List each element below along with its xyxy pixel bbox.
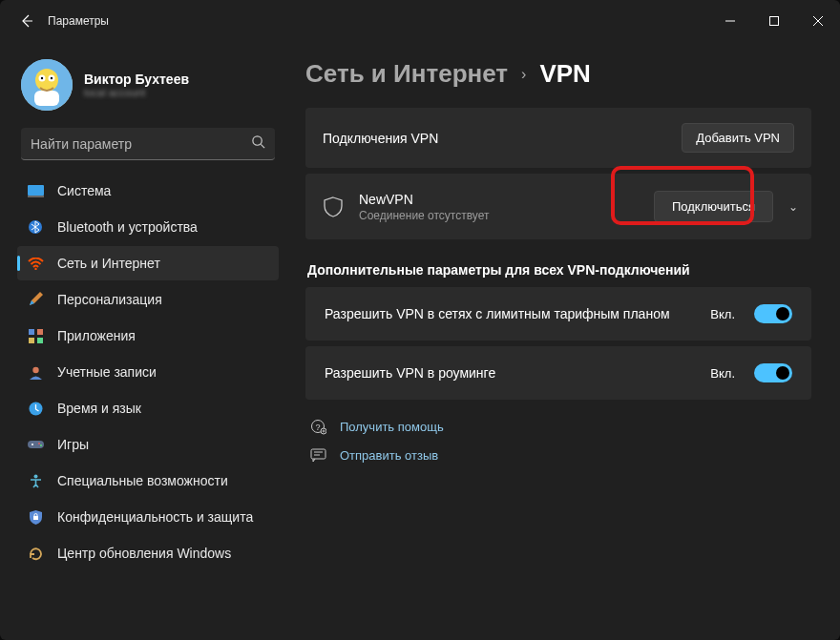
svg-rect-15	[29, 338, 34, 343]
feedback-link[interactable]: Отправить отзыв	[309, 448, 811, 463]
nav-label: Bluetooth и устройства	[57, 219, 198, 235]
display-icon	[27, 182, 44, 199]
maximize-button[interactable]	[752, 6, 796, 36]
footer-links: ? Получить помощь Отправить отзыв	[305, 419, 811, 463]
advanced-section-header: Дополнительные параметры для всех VPN-по…	[307, 262, 811, 278]
feedback-link-label: Отправить отзыв	[340, 448, 438, 463]
profile-block[interactable]: Виктор Бухтеев local account	[17, 52, 279, 128]
svg-rect-16	[37, 338, 43, 343]
vpn-name: NewVPN	[359, 192, 489, 207]
nav-time-language[interactable]: Время и язык	[17, 391, 279, 425]
nav-personalization[interactable]: Персонализация	[17, 282, 279, 317]
nav-windows-update[interactable]: Центр обновления Windows	[17, 536, 279, 570]
svg-point-22	[40, 444, 42, 446]
svg-rect-13	[29, 329, 34, 335]
person-icon	[27, 363, 44, 381]
nav-label: Сеть и Интернет	[57, 256, 160, 271]
nav-label: Система	[57, 183, 111, 198]
apps-icon	[27, 327, 44, 344]
nav-gaming[interactable]: Игры	[17, 427, 279, 462]
connect-button[interactable]: Подключиться	[654, 191, 773, 222]
shield-lock-icon	[27, 508, 44, 526]
vpn-shield-icon	[323, 196, 344, 217]
toggle-roaming-switch[interactable]	[754, 363, 792, 382]
close-icon	[813, 16, 823, 26]
nav-label: Конфиденциальность и защита	[57, 509, 253, 525]
nav-label: Приложения	[57, 328, 136, 343]
app-title: Параметры	[48, 14, 109, 28]
toggle-metered-switch[interactable]	[754, 304, 792, 323]
avatar	[21, 59, 73, 111]
svg-point-21	[38, 443, 40, 444]
bluetooth-icon	[27, 218, 44, 236]
toggle-roaming-label: Разрешить VPN в роуминге	[325, 364, 695, 382]
nav-label: Центр обновления Windows	[57, 546, 231, 561]
vpn-entry-card[interactable]: NewVPN Соединение отсутствует Подключить…	[305, 174, 811, 239]
nav-accessibility[interactable]: Специальные возможности	[17, 464, 279, 498]
breadcrumb: Сеть и Интернет › VPN	[305, 59, 811, 89]
search-box[interactable]	[21, 128, 275, 160]
toggle-metered-label: Разрешить VPN в сетях с лимитным тарифны…	[325, 305, 695, 323]
wifi-icon	[27, 255, 44, 272]
chevron-right-icon: ›	[521, 66, 526, 83]
minimize-button[interactable]	[708, 6, 752, 36]
settings-window: Параметры	[0, 0, 840, 640]
profile-sub: local account	[84, 87, 189, 98]
svg-point-20	[32, 444, 33, 445]
nav-system[interactable]: Система	[17, 174, 279, 208]
svg-point-2	[35, 69, 58, 92]
page-title: VPN	[539, 59, 590, 89]
minimize-icon	[725, 16, 735, 26]
nav-network[interactable]: Сеть и Интернет	[17, 246, 279, 280]
profile-name: Виктор Бухтеев	[84, 72, 189, 87]
nav-privacy[interactable]: Конфиденциальность и защита	[17, 500, 279, 534]
search-input[interactable]	[31, 136, 251, 152]
toggle-metered-state: Вкл.	[710, 307, 735, 321]
svg-rect-19	[28, 441, 44, 448]
svg-rect-9	[28, 185, 44, 196]
svg-text:?: ?	[315, 423, 320, 432]
svg-rect-24	[33, 516, 38, 520]
back-button[interactable]	[11, 6, 42, 36]
arrow-left-icon	[19, 13, 34, 29]
svg-rect-28	[311, 449, 326, 459]
nav-label: Учетные записи	[57, 364, 157, 380]
breadcrumb-parent[interactable]: Сеть и Интернет	[305, 59, 508, 89]
chevron-down-icon[interactable]: ⌄	[788, 200, 798, 214]
accessibility-icon	[27, 472, 44, 489]
help-icon: ?	[309, 419, 326, 435]
add-vpn-button[interactable]: Добавить VPN	[682, 123, 794, 153]
nav-label: Игры	[57, 437, 89, 452]
avatar-image	[21, 59, 73, 111]
toggle-roaming-state: Вкл.	[710, 366, 735, 381]
help-link-label: Получить помощь	[340, 420, 444, 434]
nav-label: Персонализация	[57, 292, 162, 307]
toggle-roaming-card: Разрешить VPN в роуминге Вкл.	[305, 346, 811, 400]
vpn-connections-title: Подключения VPN	[323, 131, 666, 146]
nav-label: Время и язык	[57, 401, 141, 416]
nav-label: Специальные возможности	[57, 473, 228, 488]
vpn-connections-card: Подключения VPN Добавить VPN	[305, 108, 811, 168]
close-button[interactable]	[796, 6, 840, 36]
sidebar: Виктор Бухтеев local account Система Blu…	[0, 42, 286, 640]
svg-rect-10	[28, 196, 44, 197]
nav-accounts[interactable]: Учетные записи	[17, 355, 279, 389]
svg-point-8	[253, 136, 262, 145]
maximize-icon	[769, 16, 779, 26]
toggle-metered-card: Разрешить VPN в сетях с лимитным тарифны…	[305, 287, 811, 341]
brush-icon	[27, 291, 44, 308]
window-controls	[708, 6, 840, 36]
nav-apps[interactable]: Приложения	[17, 319, 279, 353]
svg-point-12	[34, 267, 36, 269]
main-content: Сеть и Интернет › VPN Подключения VPN До…	[286, 42, 840, 640]
vpn-status: Соединение отсутствует	[359, 209, 489, 222]
nav-list: Система Bluetooth и устройства Сеть и Ин…	[17, 174, 279, 570]
svg-rect-7	[34, 91, 59, 106]
help-link[interactable]: ? Получить помощь	[309, 419, 811, 435]
svg-point-17	[32, 366, 38, 372]
clock-globe-icon	[27, 400, 44, 417]
titlebar: Параметры	[0, 0, 840, 42]
nav-bluetooth[interactable]: Bluetooth и устройства	[17, 210, 279, 244]
svg-rect-14	[37, 329, 43, 335]
search-icon	[251, 134, 265, 153]
